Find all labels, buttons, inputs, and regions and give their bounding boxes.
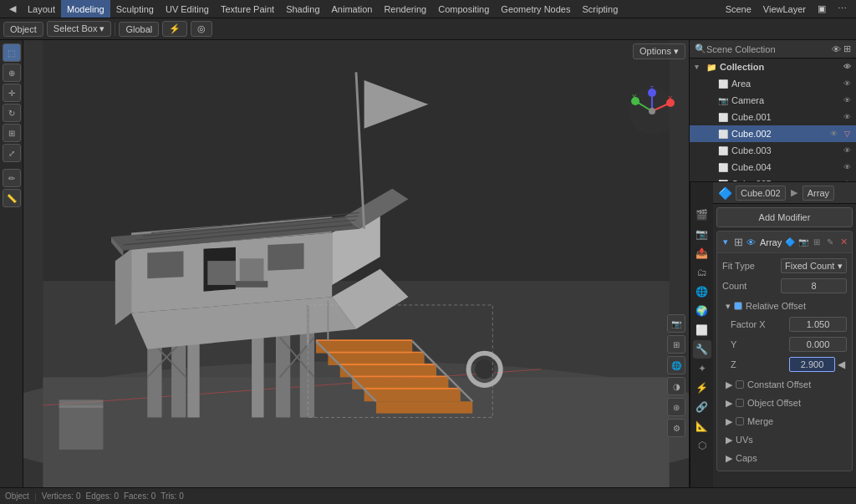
factor-x-field[interactable]: 1.050	[789, 317, 847, 332]
prop-icon-world[interactable]: 🌍	[693, 302, 711, 320]
merge-toggle[interactable]: ▶ Merge	[722, 412, 847, 430]
menu-item-modeling[interactable]: Modeling	[61, 0, 110, 18]
proportional-btn[interactable]: ◎	[191, 21, 212, 37]
toolbar-scale[interactable]: ⊞	[3, 124, 21, 142]
prop-icon-object[interactable]: ⬜	[693, 321, 711, 339]
mod-delete-btn[interactable]: ✕	[838, 235, 848, 250]
prop-icon-particles[interactable]: ✦	[693, 359, 711, 378]
menu-item-shading[interactable]: Shading	[280, 0, 325, 18]
secondary-toolbar: Object Select Box ▾ Global ⚡ ◎	[0, 18, 856, 40]
outliner-item[interactable]: 📷Camera👁	[690, 92, 856, 109]
outliner-item[interactable]: ▾📁Collection👁	[690, 59, 856, 75]
constant-offset-check[interactable]	[736, 380, 744, 389]
outliner-item[interactable]: ⬜Cube.004👁	[690, 159, 856, 176]
toolbar-select[interactable]: ⬚	[3, 43, 21, 62]
mod-expand-btn[interactable]: ▾	[721, 235, 731, 250]
uvs-label: UVs	[736, 435, 753, 445]
view-shading-btn[interactable]: ◑	[667, 377, 685, 395]
menu-more[interactable]: ⋯	[832, 0, 853, 18]
relative-offset-label: Relative Offset	[746, 301, 806, 311]
view-perspective-btn[interactable]: ⊞	[667, 335, 685, 354]
prop-icon-output[interactable]: 📤	[693, 244, 711, 262]
relative-offset-check[interactable]	[734, 302, 742, 310]
toolbar-transform[interactable]: ⤢	[3, 144, 21, 162]
view-gizmo-btn[interactable]: ⚙	[667, 419, 685, 437]
object-mode-btn[interactable]: Object	[3, 22, 43, 37]
outliner-item[interactable]: ⬜Cube.005👁	[690, 176, 856, 182]
menu-layout[interactable]: ◀	[3, 0, 22, 18]
item-type-icon: ⬜	[717, 111, 729, 123]
menu-item-layout[interactable]: Layout	[22, 0, 61, 18]
eye-icon[interactable]: 👁	[828, 128, 839, 140]
snap-btn[interactable]: ⚡	[162, 21, 187, 37]
menu-items-container: LayoutModelingSculptingUV EditingTexture…	[22, 0, 624, 18]
prop-icon-view[interactable]: 🗂	[693, 263, 711, 282]
prop-icon-modifiers[interactable]: 🔧	[693, 340, 711, 359]
count-field[interactable]: 8	[781, 278, 847, 293]
uvs-toggle[interactable]: ▶ UVs	[722, 430, 847, 449]
menu-item-scripting[interactable]: Scripting	[576, 0, 624, 18]
menu-viewlayer[interactable]: ViewLayer	[757, 0, 812, 18]
count-row: Count 8	[722, 277, 847, 295]
obj-name-field[interactable]: Cube.002	[736, 186, 786, 201]
menu-item-animation[interactable]: Animation	[326, 0, 379, 18]
toolbar-rotate[interactable]: ↻	[3, 104, 21, 122]
scene-collection-label: Scene Collection	[706, 44, 832, 54]
viewport[interactable]: Options ▾ X Y Z	[23, 40, 689, 487]
menu-item-uv-editing[interactable]: UV Editing	[160, 0, 215, 18]
fit-type-field[interactable]: Fixed Count ▾	[781, 258, 847, 273]
toolbar-annotate[interactable]: ✏	[3, 169, 21, 187]
view-overlay-btn[interactable]: ⊛	[667, 398, 685, 416]
view-local-btn[interactable]: 🌐	[667, 356, 685, 374]
eye-icon[interactable]: 👁	[841, 111, 853, 123]
axis-gizmo[interactable]: X Y Z	[627, 86, 677, 136]
mod-icon4[interactable]: ✎	[825, 235, 835, 250]
z-drag-arrow[interactable]: ◀	[835, 359, 847, 370]
menu-item-texture-paint[interactable]: Texture Paint	[215, 0, 280, 18]
eye-icon[interactable]: 👁	[841, 78, 853, 89]
menu-item-compositing[interactable]: Compositing	[432, 0, 495, 18]
mod-icon2[interactable]: 📷	[798, 235, 808, 250]
toolbar-cursor[interactable]: ⊕	[3, 64, 21, 82]
select-box-btn[interactable]: Select Box ▾	[47, 21, 112, 37]
y-field[interactable]: 0.000	[789, 337, 847, 352]
prop-icon-constraints[interactable]: 🔗	[693, 398, 711, 416]
transform-global-btn[interactable]: Global	[119, 22, 159, 37]
toolbar-measure[interactable]: 📏	[3, 189, 21, 207]
eye-icon[interactable]: 👁	[841, 161, 853, 173]
caps-toggle[interactable]: ▶ Caps	[722, 449, 847, 467]
eye-icon[interactable]: 👁	[841, 145, 853, 156]
relative-offset-toggle[interactable]: ▾ Relative Offset	[722, 297, 847, 315]
menu-engine[interactable]: ▣	[812, 0, 832, 18]
object-offset-toggle[interactable]: ▶ Object Offset	[722, 394, 847, 412]
eye-icon[interactable]: 👁	[841, 61, 853, 73]
menu-item-geometry-nodes[interactable]: Geometry Nodes	[495, 0, 576, 18]
z-field[interactable]: 2.900	[789, 357, 835, 372]
prop-icon-scene2[interactable]: 🌐	[693, 283, 711, 301]
constant-offset-toggle[interactable]: ▶ Constant Offset	[722, 375, 847, 394]
outliner-item[interactable]: ⬜Cube.001👁	[690, 109, 856, 125]
options-btn[interactable]: Options ▾	[633, 43, 685, 59]
menu-scene[interactable]: Scene	[720, 0, 757, 18]
outliner-item[interactable]: ⬜Area👁	[690, 75, 856, 92]
mod-icon1[interactable]: 🔷	[785, 235, 795, 250]
view-camera-btn[interactable]: 📷	[667, 314, 685, 333]
mod-enable-realtime-btn[interactable]: 👁	[746, 235, 757, 250]
prop-icon-rendersettings[interactable]: 📷	[693, 225, 711, 243]
prop-icon-data[interactable]: 📐	[693, 417, 711, 435]
menu-item-rendering[interactable]: Rendering	[378, 0, 432, 18]
menu-item-sculpting[interactable]: Sculpting	[110, 0, 160, 18]
merge-check[interactable]	[736, 417, 744, 425]
mod-icon3[interactable]: ⊞	[812, 235, 822, 250]
modifier-icon[interactable]: ▽	[841, 128, 853, 140]
prop-icon-material[interactable]: ⬡	[693, 436, 711, 455]
eye-icon[interactable]: 👁	[841, 94, 853, 106]
add-modifier-btn[interactable]: Add Modifier	[716, 207, 853, 227]
object-offset-check[interactable]	[736, 399, 744, 407]
toolbar-move[interactable]: ✛	[3, 84, 21, 102]
modifier-breadcrumb[interactable]: Array	[802, 186, 834, 201]
prop-icon-physics[interactable]: ⚡	[693, 379, 711, 397]
prop-icon-scene[interactable]: 🎬	[693, 206, 711, 224]
outliner-item[interactable]: ⬜Cube.003👁	[690, 142, 856, 159]
outliner-item[interactable]: ⬜Cube.002👁▽	[690, 125, 856, 142]
